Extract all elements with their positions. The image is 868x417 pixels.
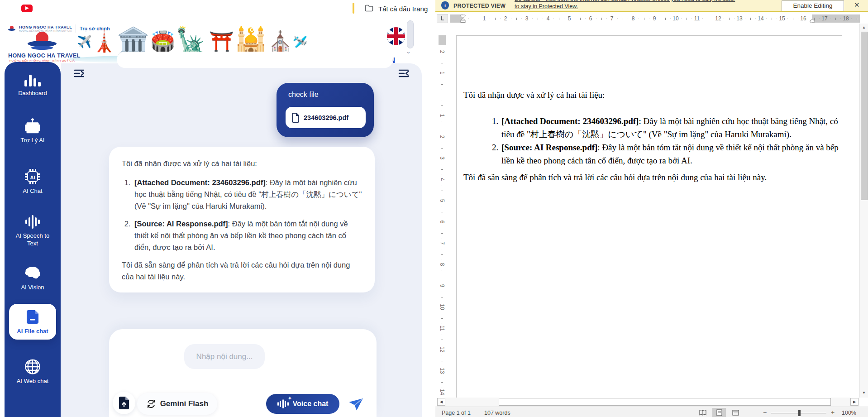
scroll-right-icon[interactable]: ▶ [850, 398, 858, 406]
zoom-percentage[interactable]: 100% [842, 410, 856, 416]
chevron-down-icon[interactable]: ⌄ [406, 48, 413, 53]
browser-panel: Tất cả dấu trang HONG NGOC HA TRAVEL HƯỚ… [0, 0, 435, 417]
sparkle-icon: ✦ [288, 396, 291, 401]
ai-chip-icon: AI [25, 169, 40, 184]
protected-view-message-line1: Be careful—files from the Internet can c… [515, 0, 735, 2]
read-mode-icon [699, 410, 706, 416]
page-scrollbar-thumb[interactable] [407, 20, 414, 48]
sidebar-item-label: AI Web chat [12, 377, 53, 385]
status-bar: Page 1 of 1 107 words − + 100% [435, 407, 868, 417]
bookmark-separator [353, 3, 354, 14]
enable-editing-button[interactable]: Enable Editing [782, 0, 844, 11]
ruler-number: 15 [779, 15, 785, 22]
sidebar-item-label: AI Speech to Text [12, 232, 53, 247]
web-layout-button[interactable] [729, 408, 742, 417]
ruler-number: 5 [568, 15, 571, 22]
print-layout-button[interactable] [712, 408, 726, 417]
indent-marker[interactable] [460, 14, 466, 23]
window-divider [431, 0, 431, 417]
doc-list-item: [Source: AI Response.pdf]: Đây là một bả… [501, 141, 842, 167]
dashboard-icon [24, 72, 41, 86]
file-chat-icon [24, 309, 41, 325]
ruler-number: 10 [439, 303, 445, 311]
sidebar-item-tro-ly-ai[interactable]: 🤖 Trợ Lý AI [8, 118, 57, 144]
horizontal-scrollbar-thumb[interactable] [499, 398, 831, 406]
sidebar-item-label: AI File chat [12, 327, 53, 335]
ruler-number: 1 [439, 111, 445, 120]
sidebar-item-ai-file-chat[interactable]: AI File chat [9, 304, 56, 340]
vertical-scrollbar-thumb[interactable] [861, 32, 868, 200]
zoom-slider-thumb[interactable] [798, 410, 801, 416]
bookmarks-label[interactable]: Tất cả dấu trang [378, 5, 428, 13]
attached-file-chip[interactable]: 234603296.pdf [286, 107, 366, 128]
scroll-down-icon[interactable]: ▼ [860, 389, 868, 397]
browser-bookmarks-bar: Tất cả dấu trang [0, 0, 435, 19]
v-ruler[interactable]: 211234567891011121314 [438, 24, 448, 398]
doc-list-item: [Attached Document: 234603296.pdf]: Đây … [501, 115, 842, 141]
horizontal-ruler-row: L 123456789101112131415161718 [435, 12, 868, 24]
scroll-up-icon[interactable]: ▲ [860, 24, 868, 31]
model-selector[interactable]: Gemini Flash [137, 393, 217, 415]
scroll-left-icon[interactable]: ◀ [437, 398, 445, 406]
brand-logo[interactable]: HONG NGOC HA TRAVEL HƯỚNG ĐẾN NHỮNG HÀNH… [8, 32, 76, 62]
ruler-number: 3 [525, 15, 529, 22]
globe-icon: 🌐 [24, 359, 41, 374]
ruler-number: 1 [439, 69, 445, 77]
zoom-in-button[interactable]: + [831, 409, 835, 416]
chat-input[interactable]: Nhập nội dung... [184, 344, 265, 369]
tab-stop-selector[interactable]: L [437, 14, 448, 23]
ruler-number: 2 [439, 48, 445, 56]
zoom-out-button[interactable]: − [763, 409, 767, 416]
ruler-number: 14 [439, 388, 445, 396]
ruler-number: 16 [800, 15, 806, 22]
ruler-number: 10 [672, 15, 678, 22]
ruler-number: 7 [610, 15, 614, 22]
word-window: i PROTECTED VIEW Be careful—files from t… [435, 0, 868, 417]
voice-waveform-icon: ✦ [277, 399, 289, 408]
word-count[interactable]: 107 words [484, 410, 510, 416]
sidebar-item-ai-web-chat[interactable]: 🌐 AI Web chat [8, 359, 57, 385]
ruler-number: 8 [439, 260, 445, 268]
uk-flag-icon[interactable] [387, 27, 405, 45]
close-icon[interactable]: ✕ [854, 1, 860, 9]
ruler-number: 9 [439, 282, 445, 290]
voice-chat-label: Voice chat [293, 400, 329, 408]
brand-name: HONG NGOC HA TRAVEL [8, 53, 76, 59]
collapse-history-icon[interactable] [398, 69, 409, 78]
user-message-bubble: check file 234603296.pdf [277, 83, 374, 137]
sidebar-item-dashboard[interactable]: Dashboard [8, 72, 57, 97]
send-button[interactable] [348, 396, 364, 412]
ai-message-list-item: [Attached Document: 234603296.pdf]: Đây … [133, 177, 362, 212]
sidebar-item-ai-speech-to-text[interactable]: AI Speech to Text [8, 215, 57, 247]
document-text: Tôi đã nhận được và xử lý cả hai tài liệ… [463, 88, 842, 184]
page-count[interactable]: Page 1 of 1 [442, 410, 471, 416]
ai-message-bubble: Tôi đã nhận được và xử lý cả hai tài liệ… [109, 147, 375, 292]
sidebar-item-ai-vision[interactable]: 🧠 AI Vision [8, 265, 57, 291]
h-ruler[interactable]: 123456789101112131415161718 [450, 14, 860, 23]
robot-icon: 🤖 [24, 118, 41, 134]
vertical-scrollbar[interactable]: ▲ ▼ [859, 24, 868, 398]
ruler-number: 6 [439, 218, 445, 226]
voice-chat-button[interactable]: ✦ Voice chat [266, 394, 339, 414]
ruler-number: 17 [821, 15, 827, 22]
shield-info-icon: i [441, 1, 449, 10]
upload-file-icon [118, 396, 130, 410]
user-message-text: check file [277, 83, 374, 99]
youtube-icon[interactable] [21, 5, 33, 12]
collapse-sidebar-icon[interactable] [74, 69, 85, 78]
ruler-number: 7 [439, 239, 445, 247]
ruler-number: 12 [439, 345, 445, 354]
ruler-number: 6 [589, 15, 592, 22]
horizontal-scrollbar[interactable]: ◀ ▶ [437, 398, 859, 407]
ruler-number: 2 [439, 133, 445, 141]
protected-view-message-line2[interactable]: to stay in Protected View. [515, 3, 578, 10]
ruler-top-margin [439, 35, 446, 45]
ruler-number: 3 [439, 154, 445, 162]
ruler-number: 4 [547, 15, 550, 22]
waveform-icon [25, 215, 40, 229]
sidebar-item-ai-chat[interactable]: AI AI Chat [8, 169, 57, 195]
document-page[interactable]: Tôi đã nhận được và xử lý cả hai tài liệ… [456, 35, 842, 398]
upload-file-button[interactable] [113, 392, 135, 414]
ai-message-outro: Tôi đã sẵn sàng để phân tích và trả lời … [122, 259, 362, 283]
read-mode-button[interactable] [696, 408, 710, 417]
